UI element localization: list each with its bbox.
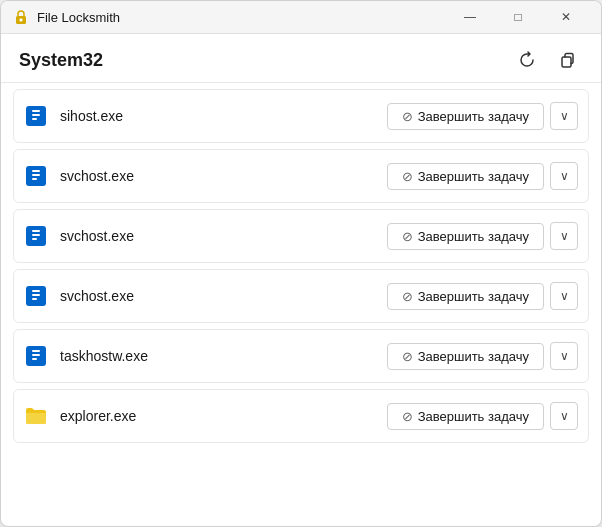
page-title: System32 xyxy=(19,50,103,71)
process-icon-folder xyxy=(24,404,48,428)
copy-icon xyxy=(558,51,576,69)
end-task-button[interactable]: ⊘ Завершить задачу xyxy=(387,343,544,370)
list-item: taskhostw.exe ⊘ Завершить задачу ∨ xyxy=(13,329,589,383)
end-task-label: Завершить задачу xyxy=(418,229,529,244)
svg-rect-8 xyxy=(32,170,40,172)
list-item: svchost.exe ⊘ Завершить задачу ∨ xyxy=(13,149,589,203)
svg-rect-1 xyxy=(20,19,23,22)
refresh-button[interactable] xyxy=(511,44,543,76)
process-name: svchost.exe xyxy=(60,288,387,304)
process-name: svchost.exe xyxy=(60,168,387,184)
svg-rect-9 xyxy=(32,174,40,176)
chevron-down-icon: ∨ xyxy=(560,169,569,183)
svg-rect-13 xyxy=(32,234,40,236)
svg-rect-4 xyxy=(32,110,40,112)
end-task-label: Завершить задачу xyxy=(418,349,529,364)
end-task-button[interactable]: ⊘ Завершить задачу xyxy=(387,103,544,130)
svg-rect-17 xyxy=(32,294,40,296)
process-name: sihost.exe xyxy=(60,108,387,124)
chevron-down-icon: ∨ xyxy=(560,409,569,423)
chevron-down-icon: ∨ xyxy=(560,109,569,123)
app-window: File Locksmith — □ ✕ System32 xyxy=(0,0,602,527)
process-name: taskhostw.exe xyxy=(60,348,387,364)
expand-button[interactable]: ∨ xyxy=(550,222,578,250)
svg-rect-22 xyxy=(32,358,37,360)
expand-button[interactable]: ∨ xyxy=(550,402,578,430)
svg-rect-5 xyxy=(32,114,40,116)
prohibit-icon: ⊘ xyxy=(402,349,413,364)
refresh-icon xyxy=(518,51,536,69)
lock-icon xyxy=(13,9,29,25)
close-button[interactable]: ✕ xyxy=(543,1,589,34)
copy-button[interactable] xyxy=(551,44,583,76)
process-name: explorer.exe xyxy=(60,408,387,424)
prohibit-icon: ⊘ xyxy=(402,169,413,184)
process-icon-blue xyxy=(24,284,48,308)
end-task-button[interactable]: ⊘ Завершить задачу xyxy=(387,403,544,430)
list-item: explorer.exe ⊘ Завершить задачу ∨ xyxy=(13,389,589,443)
expand-button[interactable]: ∨ xyxy=(550,342,578,370)
prohibit-icon: ⊘ xyxy=(402,109,413,124)
svg-rect-18 xyxy=(32,298,37,300)
end-task-button[interactable]: ⊘ Завершить задачу xyxy=(387,283,544,310)
list-item: sihost.exe ⊘ Завершить задачу ∨ xyxy=(13,89,589,143)
toolbar-actions xyxy=(511,44,583,76)
svg-rect-20 xyxy=(32,350,40,352)
end-task-button[interactable]: ⊘ Завершить задачу xyxy=(387,163,544,190)
svg-rect-21 xyxy=(32,354,40,356)
end-task-label: Завершить задачу xyxy=(418,289,529,304)
list-item: svchost.exe ⊘ Завершить задачу ∨ xyxy=(13,209,589,263)
chevron-down-icon: ∨ xyxy=(560,289,569,303)
window-title: File Locksmith xyxy=(37,10,447,25)
end-task-button[interactable]: ⊘ Завершить задачу xyxy=(387,223,544,250)
expand-button[interactable]: ∨ xyxy=(550,102,578,130)
end-task-label: Завершить задачу xyxy=(418,109,529,124)
end-task-label: Завершить задачу xyxy=(418,169,529,184)
end-task-label: Завершить задачу xyxy=(418,409,529,424)
expand-button[interactable]: ∨ xyxy=(550,162,578,190)
process-name: svchost.exe xyxy=(60,228,387,244)
process-icon-blue xyxy=(24,344,48,368)
prohibit-icon: ⊘ xyxy=(402,409,413,424)
title-bar: File Locksmith — □ ✕ xyxy=(1,1,601,34)
svg-rect-6 xyxy=(32,118,37,120)
process-list: sihost.exe ⊘ Завершить задачу ∨ svchost.… xyxy=(1,83,601,526)
process-icon-blue xyxy=(24,104,48,128)
chevron-down-icon: ∨ xyxy=(560,229,569,243)
svg-rect-10 xyxy=(32,178,37,180)
window-controls: — □ ✕ xyxy=(447,1,589,34)
svg-rect-16 xyxy=(32,290,40,292)
minimize-button[interactable]: — xyxy=(447,1,493,34)
svg-rect-12 xyxy=(32,230,40,232)
expand-button[interactable]: ∨ xyxy=(550,282,578,310)
maximize-button[interactable]: □ xyxy=(495,1,541,34)
process-icon-blue xyxy=(24,164,48,188)
chevron-down-icon: ∨ xyxy=(560,349,569,363)
svg-rect-14 xyxy=(32,238,37,240)
prohibit-icon: ⊘ xyxy=(402,289,413,304)
toolbar: System32 xyxy=(1,34,601,83)
svg-rect-2 xyxy=(562,57,571,67)
list-item: svchost.exe ⊘ Завершить задачу ∨ xyxy=(13,269,589,323)
prohibit-icon: ⊘ xyxy=(402,229,413,244)
process-icon-blue xyxy=(24,224,48,248)
